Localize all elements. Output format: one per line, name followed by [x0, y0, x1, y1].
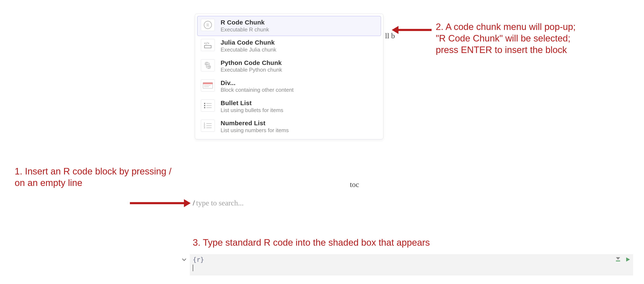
menu-item-subtitle: Executable Python chunk — [220, 66, 282, 74]
menu-item-julia-code-chunk[interactable]: </> Julia Code Chunk Executable Julia ch… — [197, 36, 381, 56]
menu-item-numbered-list[interactable]: 1 2 3 Numbered List List using numbers f… — [197, 117, 381, 137]
menu-item-div[interactable]: Div... Block containing other content — [197, 76, 381, 96]
svg-point-12 — [204, 103, 205, 104]
annotation-step-2: 2. A code chunk menu will pop-up; "R Cod… — [436, 21, 586, 56]
svg-point-16 — [204, 107, 205, 108]
menu-item-title: R Code Chunk — [220, 19, 269, 26]
menu-item-python-code-chunk[interactable]: Python Code Chunk Executable Python chun… — [197, 56, 381, 76]
python-lang-icon — [201, 59, 215, 72]
arrow-step-1 — [130, 198, 191, 208]
svg-rect-9 — [203, 82, 213, 84]
arrow-step-2 — [392, 25, 432, 35]
svg-text:</>: </> — [204, 42, 209, 45]
svg-marker-1 — [184, 199, 191, 207]
svg-point-14 — [204, 105, 205, 106]
menu-item-subtitle: List using bullets for items — [220, 107, 283, 114]
svg-rect-25 — [616, 260, 620, 262]
text-cursor — [193, 264, 193, 271]
slash-placeholder: type to search... — [196, 198, 244, 207]
julia-lang-icon: </> — [201, 39, 215, 51]
div-block-icon — [201, 80, 215, 92]
menu-item-subtitle: Block containing other content — [220, 86, 294, 94]
menu-item-subtitle: Executable Julia chunk — [220, 46, 276, 54]
svg-marker-26 — [626, 258, 630, 262]
svg-marker-3 — [392, 26, 398, 34]
menu-item-bullet-list[interactable]: Bullet List List using bullets for items — [197, 96, 381, 117]
bg-text-fragment: toc — [350, 180, 359, 189]
annotation-step-3: 3. Type standard R code into the shaded … — [193, 237, 528, 248]
bullet-list-icon — [201, 100, 215, 112]
menu-item-subtitle: List using numbers for items — [220, 127, 289, 134]
svg-rect-7 — [204, 46, 211, 48]
command-palette: R R Code Chunk Executable R chunk </> Ju… — [195, 14, 384, 139]
code-chunk-editor[interactable]: {r} — [190, 254, 633, 275]
code-chunk-lang-label: {r} — [193, 256, 204, 263]
r-lang-icon: R — [201, 19, 215, 31]
menu-item-title: Div... — [220, 80, 294, 87]
slash-command-input[interactable]: / type to search... — [193, 198, 244, 207]
numbered-list-icon: 1 2 3 — [201, 120, 215, 132]
menu-item-title: Numbered List — [220, 120, 289, 127]
menu-item-title: Bullet List — [220, 100, 283, 107]
run-above-icon[interactable] — [615, 256, 621, 264]
svg-text:3: 3 — [204, 126, 205, 129]
annotation-step-1: 1. Insert an R code block by pressing / … — [15, 166, 172, 188]
menu-item-title: Julia Code Chunk — [220, 39, 276, 46]
svg-marker-24 — [616, 257, 620, 260]
svg-text:R: R — [206, 22, 209, 27]
collapse-chevron-icon[interactable] — [180, 256, 188, 263]
menu-item-subtitle: Executable R chunk — [220, 26, 269, 33]
menu-item-title: Python Code Chunk — [220, 59, 282, 66]
slash-prefix: / — [193, 198, 195, 207]
menu-item-r-code-chunk[interactable]: R R Code Chunk Executable R chunk — [197, 16, 381, 36]
run-chunk-icon[interactable] — [626, 256, 630, 264]
